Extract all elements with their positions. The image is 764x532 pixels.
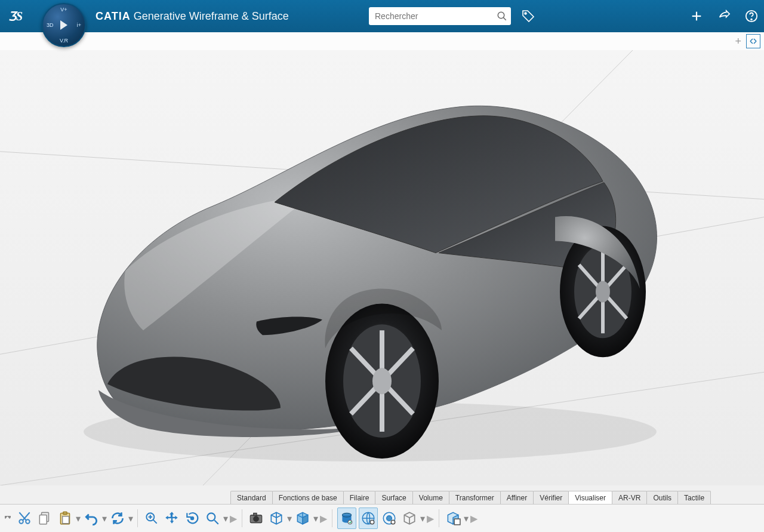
top-header: ƷS V+ V.R 3D i+ CATIA Generative Wirefra… [0, 0, 764, 32]
search-box[interactable] [369, 7, 511, 25]
paste-dropdown[interactable]: ▾ [75, 513, 81, 524]
3d-panel-dropdown[interactable]: ▾ [463, 513, 469, 524]
compass-east: i+ [77, 22, 81, 28]
render-more-icon[interactable]: ▶ [320, 513, 327, 524]
capture-button[interactable] [247, 508, 265, 528]
toolbar-separator [137, 509, 138, 527]
tab-visualiser[interactable]: Visualiser [568, 491, 612, 505]
svg-point-44 [370, 520, 374, 524]
tab-fonctions-de-base[interactable]: Fonctions de base [272, 491, 344, 505]
update-button[interactable] [109, 508, 127, 528]
3d-panel-button[interactable] [444, 508, 462, 528]
tab-affiner[interactable]: Affiner [500, 491, 534, 505]
tab-vérifier[interactable]: Vérifier [533, 491, 569, 505]
tab-surface[interactable]: Surface [375, 491, 412, 505]
svg-point-24 [372, 368, 392, 394]
help-icon[interactable] [744, 8, 759, 24]
compass-north: V+ [60, 7, 67, 13]
svg-point-46 [387, 516, 392, 521]
action-bar-tabs: StandardFonctions de baseFilaireSurfaceV… [230, 488, 710, 505]
right-more-icon[interactable]: ▶ [470, 513, 478, 524]
hlr-dropdown[interactable]: ▾ [420, 513, 426, 524]
svg-point-18 [596, 281, 610, 302]
svg-point-7 [751, 19, 752, 20]
svg-point-38 [254, 516, 259, 522]
share-icon[interactable] [716, 8, 732, 24]
toolbar-separator [242, 509, 242, 527]
zoom-dropdown[interactable]: ▾ [223, 513, 229, 524]
undo-button[interactable] [82, 508, 100, 528]
svg-text:ƷS: ƷS [8, 10, 23, 23]
cut-button[interactable] [16, 508, 33, 528]
viewport-3d[interactable] [0, 50, 764, 485]
app-subtitle: Generative Wireframe & Surface [134, 10, 289, 22]
copy-button[interactable] [36, 508, 54, 528]
svg-line-36 [214, 520, 218, 524]
svg-rect-30 [63, 512, 67, 514]
collapse-panel-icon[interactable] [746, 34, 760, 48]
tab-strip-top: + [0, 32, 764, 51]
undo-dropdown[interactable]: ▾ [101, 513, 107, 524]
zoom-button[interactable] [204, 508, 221, 528]
tab-ar-vr[interactable]: AR-VR [612, 491, 647, 505]
app-brand: CATIA [96, 10, 131, 22]
header-right-actions [689, 0, 759, 32]
shading-button[interactable] [294, 508, 312, 528]
toolbar-separator [332, 509, 332, 527]
search-icon[interactable] [493, 7, 511, 25]
tab-outils[interactable]: Outils [646, 491, 678, 505]
toolbar-separator [439, 509, 439, 527]
tab-volume[interactable]: Volume [412, 491, 449, 505]
pan-button[interactable] [163, 508, 181, 528]
add-tab-icon[interactable]: + [735, 35, 741, 48]
svg-point-1 [498, 12, 504, 19]
svg-point-35 [207, 513, 215, 521]
play-icon [60, 20, 67, 30]
svg-rect-39 [254, 513, 257, 515]
logo-3ds[interactable]: ƷS [5, 4, 30, 29]
svg-point-34 [191, 517, 193, 519]
tab-transformer[interactable]: Transformer [449, 491, 501, 505]
svg-point-42 [348, 520, 352, 524]
materials-button[interactable] [337, 508, 356, 529]
paste-button[interactable] [56, 508, 74, 528]
compass-west: 3D [47, 22, 54, 28]
visualize-more-icon[interactable]: ▶ [427, 513, 434, 524]
tab-standard[interactable]: Standard [230, 491, 273, 505]
view-mode-button[interactable] [267, 508, 285, 528]
svg-rect-48 [454, 519, 460, 525]
svg-line-2 [503, 17, 506, 20]
update-dropdown[interactable]: ▾ [128, 513, 134, 524]
compass-widget[interactable]: V+ V.R 3D i+ [42, 3, 86, 47]
fit-all-button[interactable] [143, 508, 161, 528]
svg-rect-28 [39, 515, 47, 524]
action-bar: ▾ ▾ ▾ ▾ ▶ ▾ ▾ ▶ ▾ [0, 504, 764, 532]
tab-filaire[interactable]: Filaire [343, 491, 376, 505]
tab-tactile[interactable]: Tactile [677, 491, 711, 505]
hlr-button[interactable] [401, 508, 418, 528]
scene-button[interactable] [380, 508, 398, 528]
compass-south: V.R [60, 38, 68, 44]
svg-point-47 [391, 520, 395, 524]
search-input[interactable] [369, 11, 493, 21]
tag-icon[interactable] [519, 7, 537, 25]
app-title: CATIA Generative Wireframe & Surface [96, 10, 289, 23]
svg-rect-31 [63, 516, 69, 524]
svg-point-3 [525, 13, 526, 14]
svg-line-33 [153, 519, 157, 524]
add-content-icon[interactable] [689, 8, 704, 24]
view-mode-dropdown[interactable]: ▾ [286, 513, 292, 524]
ambience-button[interactable] [359, 508, 378, 529]
rotate-button[interactable] [183, 508, 201, 528]
toolbar-expand-handle[interactable] [4, 512, 12, 524]
view-more-icon[interactable]: ▶ [230, 513, 237, 524]
svg-point-26 [26, 519, 29, 524]
shading-dropdown[interactable]: ▾ [313, 513, 319, 524]
svg-point-25 [19, 519, 23, 524]
